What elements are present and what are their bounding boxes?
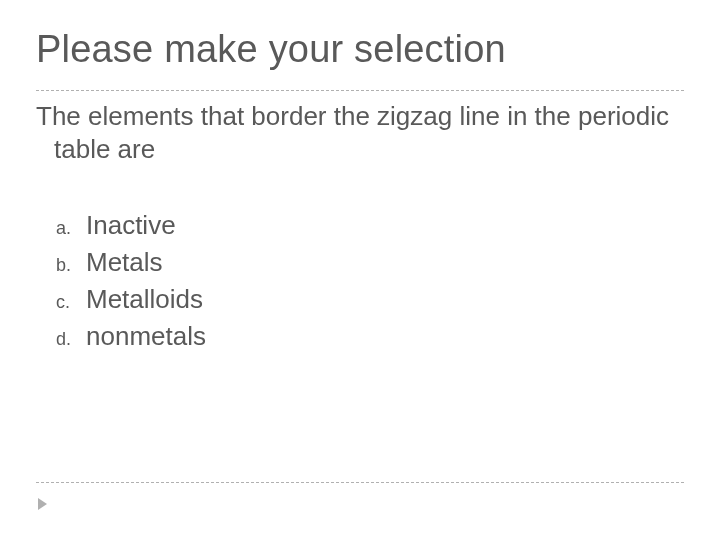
bottom-divider [36,482,684,483]
options-list: a. Inactive b. Metals c. Metalloids d. n… [56,210,206,358]
option-marker: a. [56,218,86,241]
option-b[interactable]: b. Metals [56,247,206,278]
option-marker: b. [56,255,86,278]
title-divider [36,90,684,91]
option-d[interactable]: d. nonmetals [56,321,206,352]
option-text: Inactive [86,210,176,241]
option-a[interactable]: a. Inactive [56,210,206,241]
arrow-icon [38,498,47,510]
option-text: Metalloids [86,284,203,315]
option-text: Metals [86,247,163,278]
option-marker: c. [56,292,86,315]
option-c[interactable]: c. Metalloids [56,284,206,315]
question-text: The elements that border the zigzag line… [36,100,674,165]
option-marker: d. [56,329,86,352]
slide: Please make your selection The elements … [0,0,720,540]
option-text: nonmetals [86,321,206,352]
slide-title: Please make your selection [36,28,506,71]
